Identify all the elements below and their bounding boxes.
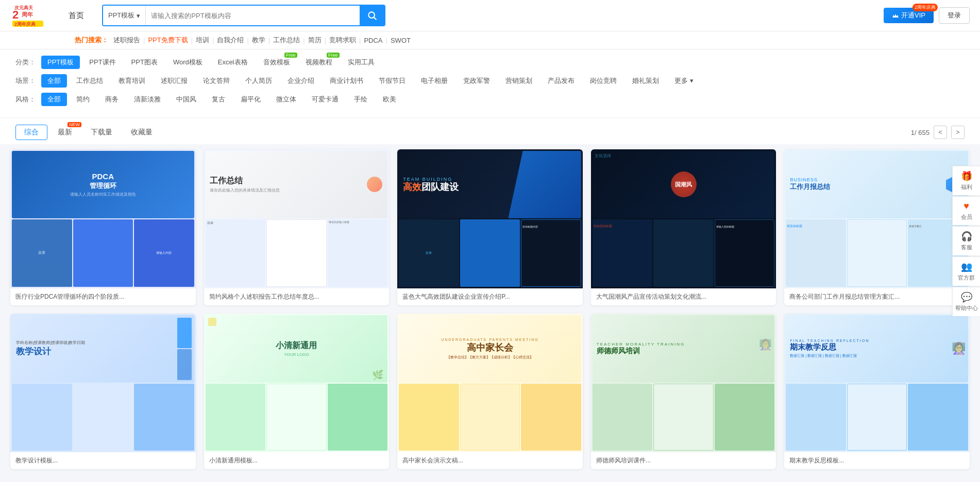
sort-tab-favorites[interactable]: 收藏量: [123, 125, 161, 140]
sort-tabs: 综合 最新 NEW 下载量 收藏量: [15, 125, 161, 140]
vip-badge: 2周年庆典: [913, 4, 938, 11]
card-info-8: 高中家长会演示文稿...: [397, 452, 583, 469]
sort-tab-comprehensive[interactable]: 综合: [15, 125, 47, 140]
template-card-4[interactable]: 国潮风 文化流传 添加您的标题 请输入您的标题 大气国潮风产品宣传活动策划文化潮…: [591, 149, 776, 305]
scene-work-summary[interactable]: 工作总结: [70, 74, 109, 88]
card-title-4: 大气国潮风产品宣传活动策划文化潮流...: [596, 292, 771, 301]
help-icon: 💬: [961, 291, 972, 303]
style-simple[interactable]: 简约: [70, 93, 96, 106]
style-handdrawn[interactable]: 手绘: [348, 93, 374, 106]
card-info-6: 教学设计模板...: [10, 452, 196, 469]
new-badge: NEW: [67, 122, 81, 127]
cat-ppt-chart[interactable]: PPT图表: [125, 56, 164, 69]
sidebar-float-vip[interactable]: ♥ 会员: [952, 196, 980, 225]
hot-tag-shuzhi[interactable]: 述职报告: [113, 36, 140, 45]
cat-excel[interactable]: Excel表格: [212, 56, 254, 69]
template-card-9[interactable]: TEACHER MORALITY TRAINING 师德师风培训 👩‍🏫 师德师…: [591, 314, 776, 470]
scene-marketing[interactable]: 营销策划: [499, 74, 538, 88]
style-all[interactable]: 全部: [41, 93, 67, 106]
search-icon: [367, 10, 377, 21]
template-card-5[interactable]: BUSINESS 工作月报总结 请添加标题 述述方案汇 商务公司部门工作月报总结…: [784, 149, 970, 305]
style-label: 风格：: [15, 95, 36, 104]
cat-ppt-template[interactable]: PPT模板: [41, 56, 80, 69]
svg-text:2: 2: [12, 8, 19, 21]
card-info-9: 师德师风培训课件...: [591, 452, 776, 469]
template-card-2[interactable]: 工作总结 请在此处输入您的具体情况及汇报信息 目录 请在此处输入标题 简约风格个…: [204, 149, 390, 305]
scene-holiday[interactable]: 节假节日: [373, 74, 412, 88]
hot-tag-jingpin[interactable]: 竞聘求职: [329, 36, 356, 45]
search-input[interactable]: [146, 6, 360, 25]
hot-tag-peixun[interactable]: 培训: [196, 36, 209, 45]
template-card-1[interactable]: PDCA 管理循环 请输入人员名称对应工作描述及报告 目录 请输入内容 医疗行业…: [10, 149, 196, 305]
scene-thesis[interactable]: 论文答辩: [197, 74, 236, 88]
style-chinese[interactable]: 中国风: [170, 93, 202, 106]
scene-party[interactable]: 党政军警: [457, 74, 496, 88]
prev-page-button[interactable]: <: [934, 126, 947, 139]
sidebar-float-service[interactable]: 🎧 客服: [952, 226, 980, 255]
hot-tag-swot[interactable]: SWOT: [391, 37, 411, 44]
search-button[interactable]: [360, 6, 384, 25]
search-type-selector[interactable]: PPT模板 ▾: [103, 6, 146, 25]
scene-album[interactable]: 电子相册: [415, 74, 454, 88]
scene-education[interactable]: 教育培训: [112, 74, 151, 88]
sort-tab-downloads[interactable]: 下载量: [82, 125, 121, 140]
scene-all[interactable]: 全部: [41, 74, 67, 88]
template-card-7[interactable]: 小清新通用 YOUR LOGO 🌿 小清新通用模板...: [204, 314, 390, 470]
pagination-info: 1/ 655 < >: [911, 126, 965, 139]
header-top: 次元典天 2 周年 2周年庆典 首页 PPT模板 ▾: [10, 0, 970, 31]
cat-word[interactable]: Word模板: [167, 56, 209, 69]
template-card-3[interactable]: TEAM BUILDING 高效团队建设 目录 添加标题内容 蓝色大气高效团队建…: [397, 149, 583, 305]
scene-company-intro[interactable]: 企业介绍: [281, 74, 320, 88]
template-card-6[interactable]: 学科名称|授课教师|授课班级|教学日期 教学设计 教学设计模板...: [10, 314, 196, 470]
scene-biz-plan[interactable]: 商业计划书: [324, 74, 369, 88]
style-flat[interactable]: 扁平化: [234, 93, 267, 106]
scene-product[interactable]: 产品发布: [542, 74, 581, 88]
card-info-10: 期末教学反思模板...: [784, 452, 970, 469]
hot-tag-jiaoxue[interactable]: 教学: [252, 36, 265, 45]
card-thumb-6: 学科名称|授课教师|授课班级|教学日期 教学设计: [10, 314, 196, 453]
vip-button[interactable]: 2周年庆典 开通VIP: [884, 8, 934, 23]
hot-tag-pdca[interactable]: PDCA: [364, 37, 382, 44]
card-thumb-7: 小清新通用 YOUR LOGO 🌿: [204, 314, 390, 453]
cat-tools[interactable]: 实用工具: [342, 56, 381, 69]
template-card-10[interactable]: FINAL TEACHING REFLECTION 期末教学反思 数据汇报 | …: [784, 314, 970, 470]
group-icon: 👥: [961, 261, 972, 272]
gift-icon: 🎁: [961, 170, 972, 182]
scene-wedding[interactable]: 婚礼策划: [626, 74, 665, 88]
group-label: 官方群: [958, 274, 975, 282]
cat-ppt-courseware[interactable]: PPT课件: [83, 56, 122, 69]
card-info-1: 医疗行业PDCA管理循环的四个阶段质...: [10, 288, 196, 305]
cat-video[interactable]: 视频教程Free: [299, 56, 339, 69]
card-title-6: 教学设计模板...: [15, 456, 191, 465]
cat-audio[interactable]: 音效模板Free: [257, 56, 296, 69]
hot-tag-jianli[interactable]: 简历: [308, 36, 322, 45]
scene-items: 全部 工作总结 教育培训 述职汇报 论文答辩 个人简历 企业介绍 商业计划书 节…: [41, 74, 700, 88]
sidebar-float-group[interactable]: 👥 官方群: [952, 256, 980, 286]
nav-home-link[interactable]: 首页: [61, 11, 92, 21]
style-western[interactable]: 欧美: [377, 93, 402, 106]
hot-tag-gongzuo[interactable]: 工作总结: [273, 36, 300, 45]
hot-tag-pptfree[interactable]: PPT免费下载: [148, 36, 188, 45]
scene-position[interactable]: 岗位竞聘: [584, 74, 623, 88]
svg-point-6: [368, 12, 375, 18]
scene-resume[interactable]: 个人简历: [239, 74, 278, 88]
category-row: 分类： PPT模板 PPT课件 PPT图表 Word模板 Excel表格 音效模…: [15, 56, 965, 69]
template-card-8[interactable]: UNDERGRADUATE PARENTS MEETING 高中家长会 【教学总…: [397, 314, 583, 470]
login-button[interactable]: 登录: [939, 7, 970, 24]
style-vintage[interactable]: 复古: [206, 93, 231, 106]
style-cute[interactable]: 可爱卡通: [306, 93, 345, 106]
scene-job-report[interactable]: 述职汇报: [155, 74, 194, 88]
sort-tab-latest[interactable]: 最新 NEW: [49, 125, 80, 140]
style-business[interactable]: 商务: [99, 93, 125, 106]
logo[interactable]: 次元典天 2 周年 2周年庆典: [10, 2, 45, 29]
hot-search-bar: 热门搜索： 述职报告 | PPT免费下载 | 培训 | 自我介绍 | 教学 | …: [0, 31, 980, 49]
scene-more[interactable]: 更多 ▾: [668, 74, 700, 88]
hot-tag-ziwo[interactable]: 自我介绍: [217, 36, 244, 45]
card-thumb-9: TEACHER MORALITY TRAINING 师德师风培训 👩‍🏫: [591, 314, 776, 453]
sidebar-float-welfare[interactable]: 🎁 福利: [952, 166, 980, 195]
sidebar-float-help[interactable]: 💬 帮助中心: [952, 287, 980, 316]
style-3d[interactable]: 微立体: [270, 93, 302, 106]
next-page-button[interactable]: >: [951, 126, 965, 139]
svg-line-7: [374, 18, 377, 20]
style-fresh[interactable]: 清新淡雅: [128, 93, 167, 106]
